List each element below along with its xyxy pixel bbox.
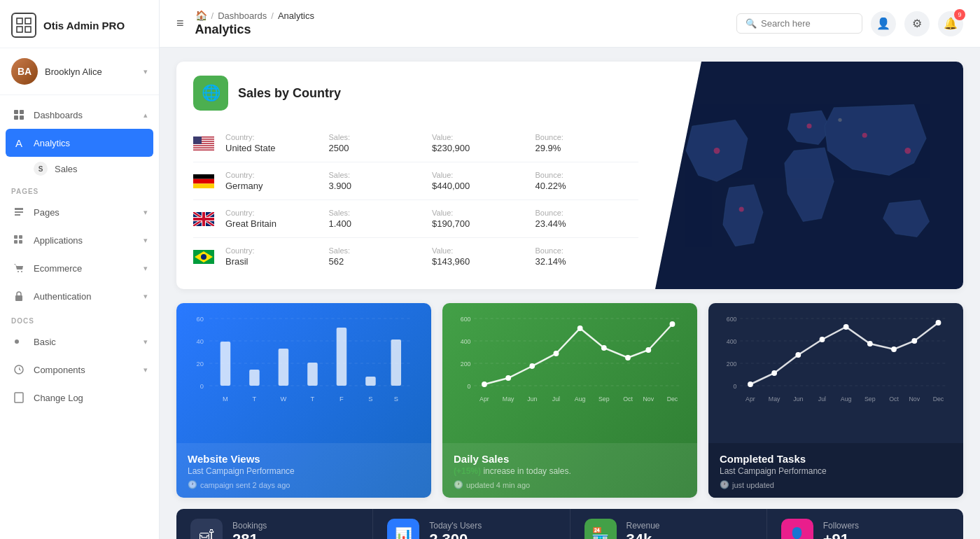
- sidebar-item-ecommerce[interactable]: Ecommerce ▾: [0, 254, 159, 282]
- svg-rect-8: [14, 235, 18, 239]
- svg-text:Jun: Jun: [793, 396, 803, 402]
- country-col: Country: United State: [225, 133, 329, 153]
- gear-icon: ⚙: [912, 17, 922, 30]
- avatar: BA: [11, 58, 38, 85]
- svg-rect-10: [14, 240, 18, 244]
- username-label: Brooklyn Alice: [45, 66, 144, 77]
- svg-rect-14: [15, 295, 22, 301]
- svg-rect-1: [25, 18, 31, 24]
- svg-point-104: [936, 320, 941, 326]
- charts-row: 60 40 20 0 M T: [176, 303, 963, 498]
- breadcrumb-sep-2: /: [271, 10, 274, 21]
- sidebar-item-components[interactable]: Components ▾: [0, 356, 159, 384]
- svg-text:S: S: [368, 396, 372, 402]
- sidebar-item-changelog[interactable]: Change Log: [0, 384, 159, 412]
- home-icon[interactable]: 🏠: [195, 10, 207, 21]
- svg-rect-9: [19, 235, 22, 239]
- svg-point-100: [844, 324, 849, 330]
- revenue-label: Revenue: [626, 521, 660, 531]
- bookings-label: Bookings: [232, 521, 267, 531]
- svg-point-39: [838, 118, 841, 122]
- stat-bookings: 🛋 Bookings 281: [176, 509, 373, 539]
- basic-label: Basic: [34, 337, 144, 347]
- components-label: Components: [34, 365, 144, 375]
- applications-label: Applications: [34, 235, 144, 246]
- table-row: Country: Germany Sales: 3.900 Value: $44…: [193, 162, 638, 200]
- svg-point-71: [505, 375, 511, 381]
- sales-by-country-card: 🌐 Sales by Country: [176, 62, 963, 289]
- svg-point-12: [18, 271, 19, 272]
- notifications-button[interactable]: 🔔 9: [938, 11, 963, 36]
- tasks-meta: 🕐 just updated: [720, 480, 952, 489]
- sidebar-user[interactable]: BA Brooklyn Alice ▾: [0, 48, 159, 95]
- users-label: Today's Users: [429, 521, 482, 531]
- sidebar-item-sales[interactable]: S Sales: [0, 157, 159, 181]
- daily-sales-meta: 🕐 updated 4 min ago: [454, 480, 686, 489]
- search-icon: 🔍: [746, 18, 757, 29]
- website-views-card: 60 40 20 0 M T: [176, 303, 431, 498]
- tasks-chart-area: 600 400 200 0: [708, 303, 963, 443]
- value-col-4: Value: $143,960: [432, 246, 536, 267]
- svg-point-103: [911, 338, 917, 344]
- svg-point-101: [867, 341, 873, 346]
- svg-text:T: T: [311, 396, 315, 402]
- svg-rect-49: [249, 370, 260, 386]
- analytics-letter-icon: A: [11, 135, 27, 150]
- dashboards-chevron-icon: ▴: [144, 111, 148, 120]
- header: ≡ 🏠 / Dashboards / Analytics Analytics 🔍…: [160, 0, 980, 48]
- value-col-2: Value: $440,000: [432, 171, 536, 191]
- table-row: Country: United State Sales: 2500 Value:…: [193, 125, 638, 162]
- country-col-4: Country: Brasil: [225, 246, 329, 267]
- svg-text:May: May: [769, 396, 780, 402]
- svg-rect-11: [19, 240, 22, 244]
- docs-section-label: DOCS: [0, 310, 159, 328]
- breadcrumb: 🏠 / Dashboards / Analytics: [195, 10, 736, 21]
- svg-rect-23: [193, 145, 214, 146]
- search-box[interactable]: 🔍: [736, 13, 862, 34]
- ecommerce-chevron-icon: ▾: [144, 264, 148, 273]
- world-map: [655, 62, 963, 289]
- sidebar-item-basic[interactable]: Basic ▾: [0, 328, 159, 356]
- us-flag-icon: [193, 136, 214, 150]
- svg-point-73: [554, 351, 559, 356]
- svg-rect-50: [279, 349, 289, 386]
- svg-point-37: [904, 148, 911, 154]
- bounce-col-2: Bounce: 40.22%: [536, 171, 639, 191]
- clock-icon-2: 🕐: [454, 480, 463, 489]
- authentication-label: Authentication: [34, 291, 144, 302]
- sidebar-item-dashboards[interactable]: Dashboards ▴: [0, 101, 159, 129]
- user-chevron-icon: ▾: [144, 67, 148, 76]
- main-area: ≡ 🏠 / Dashboards / Analytics Analytics 🔍…: [160, 0, 980, 539]
- dashboards-icon: [11, 107, 27, 122]
- notification-badge: 9: [954, 9, 965, 20]
- daily-sales-info: Daily Sales (+15%) increase in today sal…: [442, 443, 697, 498]
- svg-text:W: W: [281, 396, 287, 402]
- sidebar-item-analytics[interactable]: A Analytics: [6, 129, 153, 157]
- svg-rect-28: [193, 178, 214, 183]
- website-views-meta: 🕐 campaign sent 2 days ago: [188, 480, 420, 489]
- svg-point-33: [201, 254, 206, 260]
- sidebar-item-authentication[interactable]: Authentication ▾: [0, 282, 159, 310]
- pages-chevron-icon: ▾: [144, 208, 148, 217]
- sidebar-item-pages[interactable]: Pages ▾: [0, 198, 159, 226]
- svg-rect-29: [193, 183, 214, 188]
- components-icon: [11, 362, 27, 377]
- svg-rect-5: [20, 110, 24, 114]
- applications-icon: [11, 232, 27, 248]
- sidebar-item-applications[interactable]: Applications ▾: [0, 226, 159, 254]
- breadcrumb-dashboards[interactable]: Dashboards: [218, 10, 267, 21]
- br-flag-icon: [193, 250, 214, 264]
- applications-chevron-icon: ▾: [144, 236, 148, 245]
- svg-point-96: [748, 382, 753, 387]
- settings-button[interactable]: ⚙: [904, 11, 930, 36]
- menu-toggle-button[interactable]: ≡: [176, 16, 184, 31]
- svg-point-102: [891, 346, 897, 352]
- search-input[interactable]: [761, 18, 845, 29]
- user-icon: 👤: [876, 17, 890, 30]
- tasks-subtitle: Last Campaign Performance: [720, 466, 952, 476]
- svg-text:200: 200: [461, 360, 471, 368]
- user-profile-button[interactable]: 👤: [871, 11, 896, 36]
- sales-title: Sales by Country: [238, 86, 341, 101]
- completed-tasks-card: 600 400 200 0: [708, 303, 963, 498]
- svg-text:Dec: Dec: [933, 396, 944, 402]
